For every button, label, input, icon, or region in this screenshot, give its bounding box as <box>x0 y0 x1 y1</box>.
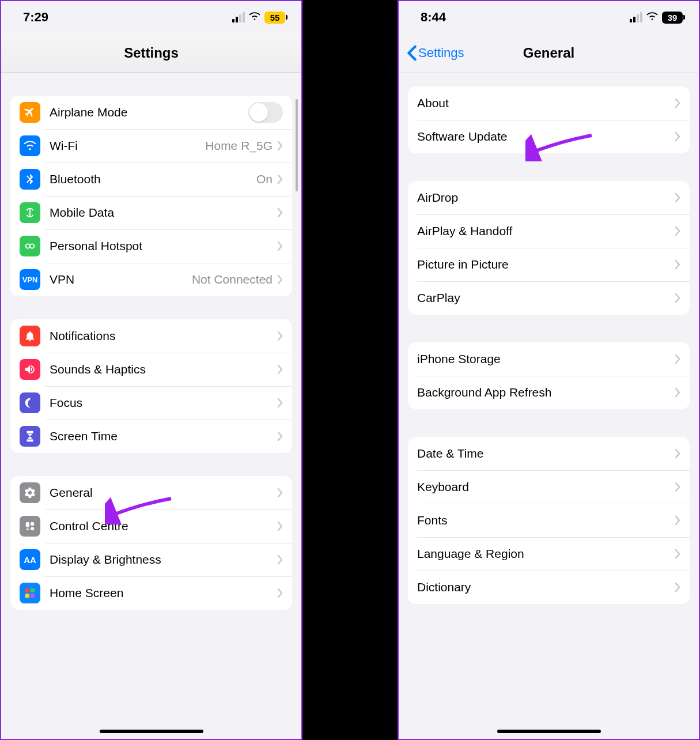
settings-content[interactable]: Airplane Mode Wi-FiHome R_5G BluetoothOn… <box>1 73 301 739</box>
row-label: Bluetooth <box>50 172 256 186</box>
row-value: On <box>256 172 273 186</box>
row-datetime[interactable]: Date & Time <box>408 437 690 470</box>
row-label: AirDrop <box>417 191 675 205</box>
row-wifi[interactable]: Wi-FiHome R_5G <box>10 129 292 163</box>
row-label: Sounds & Haptics <box>50 363 277 376</box>
row-bgrefresh[interactable]: Background App Refresh <box>408 376 690 409</box>
page-title: General <box>523 45 574 61</box>
cellular-signal-icon <box>630 12 642 22</box>
row-homescreen[interactable]: Home Screen <box>10 576 292 610</box>
row-pip[interactable]: Picture in Picture <box>408 248 690 281</box>
battery-icon: 39 <box>662 12 683 24</box>
chevron-right-icon <box>277 141 283 151</box>
row-screentime[interactable]: Screen Time <box>10 420 292 453</box>
row-about[interactable]: About <box>408 86 690 120</box>
row-label: Fonts <box>417 514 675 527</box>
status-bar: 8:44 39 <box>399 1 699 33</box>
row-carplay[interactable]: CarPlay <box>408 281 690 315</box>
chevron-right-icon <box>675 131 680 142</box>
row-label: Language & Region <box>417 547 675 561</box>
row-label: Wi-Fi <box>50 139 205 153</box>
mobiledata-icon <box>20 202 40 223</box>
chevron-right-icon <box>675 387 680 398</box>
chevron-right-icon <box>675 98 680 108</box>
row-notifications[interactable]: Notifications <box>10 319 292 353</box>
scrollbar[interactable] <box>296 99 298 191</box>
row-softwareupdate[interactable]: Software Update <box>408 120 690 153</box>
chevron-right-icon <box>277 488 283 498</box>
back-button[interactable]: Settings <box>407 45 464 61</box>
row-label: Personal Hotspot <box>50 239 277 253</box>
display-icon: AA <box>20 549 40 570</box>
chevron-right-icon <box>277 241 283 251</box>
focus-icon <box>20 392 40 413</box>
row-label: About <box>417 96 675 110</box>
row-label: Focus <box>50 396 277 410</box>
chevron-right-icon <box>277 274 283 285</box>
row-airplane[interactable]: Airplane Mode <box>10 96 292 129</box>
row-label: Date & Time <box>417 447 675 460</box>
notifications-icon <box>20 326 40 346</box>
chevron-right-icon <box>277 521 283 531</box>
svg-point-3 <box>31 522 34 526</box>
row-label: Software Update <box>417 130 675 144</box>
status-time: 8:44 <box>421 10 446 25</box>
svg-rect-6 <box>25 588 29 592</box>
row-controlcentre[interactable]: Control Centre <box>10 509 292 543</box>
battery-icon: 55 <box>264 12 285 24</box>
svg-rect-5 <box>31 527 34 531</box>
row-label: Airplane Mode <box>50 105 248 119</box>
row-sounds[interactable]: Sounds & Haptics <box>10 353 292 386</box>
row-label: Control Centre <box>50 519 277 533</box>
row-langregion[interactable]: Language & Region <box>408 537 690 571</box>
homescreen-icon <box>20 583 40 603</box>
chevron-right-icon <box>277 174 283 184</box>
row-value: Home R_5G <box>205 139 273 153</box>
row-general[interactable]: General <box>10 476 292 509</box>
general-icon <box>20 482 40 503</box>
chevron-right-icon <box>675 482 680 492</box>
airplane-icon <box>20 102 40 123</box>
row-label: iPhone Storage <box>417 352 675 366</box>
wifi-icon <box>248 10 261 25</box>
home-indicator[interactable] <box>497 730 601 733</box>
row-keyboard[interactable]: Keyboard <box>408 470 690 504</box>
row-label: Home Screen <box>50 586 277 600</box>
settings-group: AirDrop AirPlay & Handoff Picture in Pic… <box>408 181 690 315</box>
row-vpn[interactable]: VPNVPNNot Connected <box>10 263 292 296</box>
row-fonts[interactable]: Fonts <box>408 504 690 537</box>
bluetooth-icon <box>20 169 40 190</box>
row-airplay[interactable]: AirPlay & Handoff <box>408 214 690 248</box>
chevron-right-icon <box>675 293 680 303</box>
home-indicator[interactable] <box>100 730 203 733</box>
nav-bar: Settings General <box>399 33 699 73</box>
phone-settings: 7:29 55 Settings Airplane Mode Wi-FiHome… <box>0 0 302 740</box>
row-mobiledata[interactable]: Mobile Data <box>10 196 292 229</box>
row-storage[interactable]: iPhone Storage <box>408 342 690 376</box>
chevron-right-icon <box>675 226 680 236</box>
row-bluetooth[interactable]: BluetoothOn <box>10 163 292 196</box>
svg-point-1 <box>30 244 34 248</box>
chevron-right-icon <box>675 259 680 270</box>
settings-group: Date & Time Keyboard Fonts Language & Re… <box>408 437 690 604</box>
settings-group: Notifications Sounds & Haptics Focus Scr… <box>10 319 292 453</box>
row-airdrop[interactable]: AirDrop <box>408 181 690 214</box>
airplane-toggle[interactable] <box>248 102 283 123</box>
row-hotspot[interactable]: Personal Hotspot <box>10 229 292 263</box>
row-focus[interactable]: Focus <box>10 386 292 420</box>
row-label: Screen Time <box>50 429 277 443</box>
screentime-icon <box>20 426 40 447</box>
row-label: Notifications <box>50 329 277 343</box>
row-label: Background App Refresh <box>417 386 675 399</box>
controlcentre-icon <box>20 516 40 537</box>
chevron-right-icon <box>277 554 283 565</box>
row-display[interactable]: AADisplay & Brightness <box>10 543 292 576</box>
general-content[interactable]: About Software Update AirDrop AirPlay & … <box>399 73 699 739</box>
row-dictionary[interactable]: Dictionary <box>408 571 690 604</box>
settings-group: iPhone Storage Background App Refresh <box>408 342 690 409</box>
row-label: VPN <box>50 273 192 286</box>
sounds-icon <box>20 359 40 380</box>
chevron-right-icon <box>675 515 680 526</box>
status-time: 7:29 <box>23 10 48 25</box>
row-label: CarPlay <box>417 291 675 305</box>
